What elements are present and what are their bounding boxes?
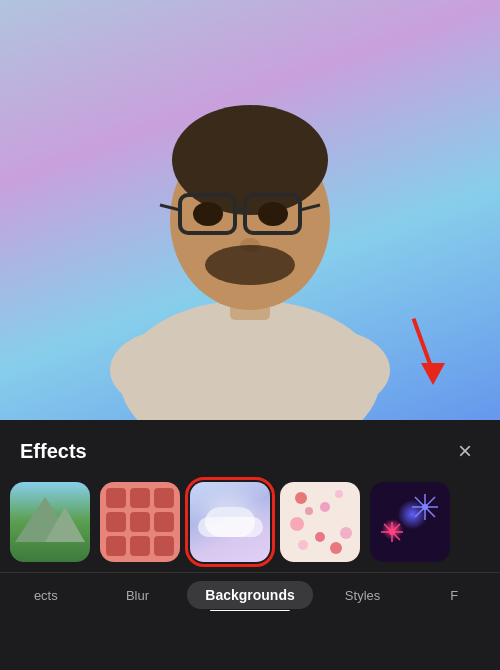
thumbnail-clouds[interactable] — [190, 482, 270, 562]
panel-title: Effects — [20, 440, 87, 463]
svg-line-22 — [415, 507, 425, 517]
tab-effects[interactable]: ects — [0, 580, 92, 611]
svg-line-18 — [425, 507, 435, 517]
video-preview — [0, 0, 500, 430]
svg-point-14 — [270, 330, 390, 410]
thumbnail-grid[interactable] — [100, 482, 180, 562]
background-thumbnails — [0, 476, 500, 572]
svg-point-10 — [258, 202, 288, 226]
svg-line-27 — [392, 532, 400, 540]
thumbnail-confetti[interactable] — [280, 482, 360, 562]
svg-line-25 — [392, 524, 400, 532]
svg-point-9 — [193, 202, 223, 226]
svg-point-24 — [389, 529, 395, 535]
effects-panel: Effects × — [0, 420, 500, 670]
tab-more[interactable]: F — [408, 580, 500, 611]
svg-point-12 — [205, 245, 295, 285]
svg-line-29 — [384, 524, 392, 532]
svg-point-3 — [172, 105, 328, 215]
svg-point-13 — [110, 330, 230, 410]
person-silhouette — [90, 30, 410, 430]
panel-header: Effects × — [0, 420, 500, 476]
svg-line-20 — [415, 497, 425, 507]
tab-backgrounds[interactable]: Backgrounds — [183, 579, 316, 611]
filter-tabs: ects Blur Backgrounds Styles F — [0, 572, 500, 611]
close-button[interactable]: × — [450, 436, 480, 466]
thumbnail-mountain[interactable] — [10, 482, 90, 562]
tab-styles[interactable]: Styles — [317, 580, 409, 611]
thumbnail-fireworks[interactable] — [370, 482, 450, 562]
tab-blur[interactable]: Blur — [92, 580, 184, 611]
close-icon: × — [458, 439, 472, 463]
svg-line-16 — [425, 497, 435, 507]
